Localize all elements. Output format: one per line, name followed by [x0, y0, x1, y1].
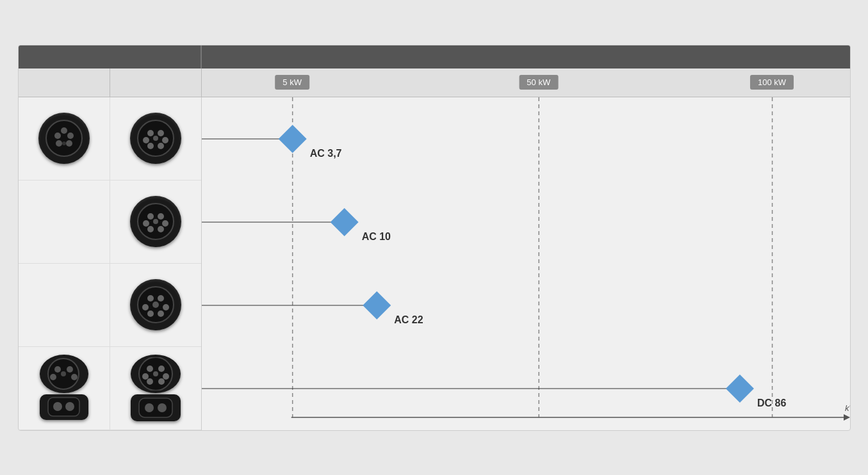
connector-icon-europe	[130, 196, 181, 247]
svg-rect-37	[48, 398, 79, 416]
svg-point-35	[71, 374, 78, 380]
svg-point-33	[67, 366, 73, 373]
svg-point-46	[158, 378, 165, 385]
svg-point-22	[153, 219, 158, 224]
diamond-marker-1	[330, 208, 358, 236]
svg-point-6	[62, 141, 66, 145]
svg-point-34	[50, 374, 56, 380]
connector-icon-usa	[38, 355, 90, 422]
connector-label-3: DC 86	[757, 398, 785, 408]
diamond-marker-2	[363, 291, 391, 319]
apprange-header	[202, 45, 850, 68]
svg-point-50	[158, 403, 167, 412]
svg-point-29	[158, 310, 164, 317]
svg-point-16	[147, 213, 154, 220]
connector-icon-europe	[130, 279, 181, 330]
svg-point-49	[145, 403, 154, 412]
kw-marker-label: 50 kW	[519, 75, 558, 90]
svg-point-42	[158, 366, 165, 372]
connector-usa-cell	[19, 347, 110, 430]
connector-icon-europe	[129, 355, 182, 422]
svg-point-28	[147, 310, 154, 317]
connector-row	[19, 97, 201, 181]
connector-europe-cell	[110, 181, 202, 263]
header-row	[19, 45, 850, 68]
svg-point-13	[158, 143, 164, 149]
chart-area: kWAC 3,7AC 10AC 22DC 86	[202, 97, 850, 430]
connector-europe-cell	[110, 97, 202, 180]
svg-point-26	[142, 304, 149, 310]
svg-point-45	[147, 378, 153, 385]
axis-unit-label: kW	[845, 403, 851, 413]
subheader-usa	[19, 68, 110, 97]
body-area: kWAC 3,7AC 10AC 22DC 86	[19, 97, 850, 430]
connector-row	[19, 347, 201, 430]
connector-usa-cell	[19, 181, 110, 263]
axis-arrow	[844, 414, 850, 421]
svg-point-3	[67, 133, 74, 139]
connector-label-0: AC 3,7	[309, 148, 341, 159]
svg-point-47	[153, 371, 158, 376]
svg-point-21	[158, 226, 164, 232]
connector-header	[19, 45, 202, 68]
subheader-row: 5 kW50 kW100 kW	[19, 68, 850, 97]
svg-point-12	[147, 143, 154, 149]
svg-point-1	[61, 127, 67, 134]
svg-point-36	[61, 371, 66, 376]
svg-point-32	[54, 366, 61, 373]
chart-container: 5 kW50 kW100 kW	[18, 45, 851, 431]
chart-svg: kWAC 3,7AC 10AC 22DC 86	[202, 97, 850, 430]
svg-point-0	[46, 120, 82, 156]
kw-marker-label: 5 kW	[275, 75, 309, 90]
connector-usa-cell	[19, 97, 110, 180]
connector-row	[19, 181, 201, 264]
svg-point-4	[56, 140, 62, 147]
connector-europe-cell	[110, 347, 202, 430]
svg-point-41	[147, 366, 153, 372]
diamond-marker-0	[278, 125, 306, 153]
svg-point-14	[153, 136, 158, 141]
svg-point-39	[65, 402, 74, 411]
svg-point-19	[162, 220, 168, 227]
connector-label-2: AC 22	[394, 314, 423, 325]
connector-icon-europe	[130, 113, 181, 164]
connector-usa-cell	[19, 264, 110, 346]
connector-label-1: AC 10	[361, 231, 390, 242]
svg-point-9	[158, 130, 164, 136]
kw-marker-label: 100 kW	[750, 75, 794, 90]
svg-point-44	[163, 373, 169, 380]
svg-point-25	[158, 295, 164, 302]
svg-point-2	[54, 133, 61, 139]
connector-icon-usa	[38, 113, 90, 164]
svg-point-24	[147, 295, 154, 302]
svg-point-27	[163, 304, 169, 310]
svg-point-30	[152, 302, 159, 308]
svg-point-43	[142, 373, 149, 380]
svg-point-11	[162, 137, 168, 143]
diamond-marker-3	[725, 374, 753, 403]
svg-point-5	[66, 140, 72, 147]
svg-point-18	[143, 220, 149, 227]
svg-point-10	[143, 137, 149, 143]
subheader-europe	[110, 68, 202, 97]
svg-point-17	[158, 213, 164, 220]
svg-point-20	[147, 226, 154, 232]
connector-col	[19, 97, 202, 430]
svg-rect-48	[139, 398, 172, 417]
connector-europe-cell	[110, 264, 202, 346]
connector-row	[19, 264, 201, 347]
svg-point-8	[147, 130, 154, 136]
svg-point-38	[53, 402, 62, 411]
subheader-chart-area: 5 kW50 kW100 kW	[202, 68, 850, 97]
